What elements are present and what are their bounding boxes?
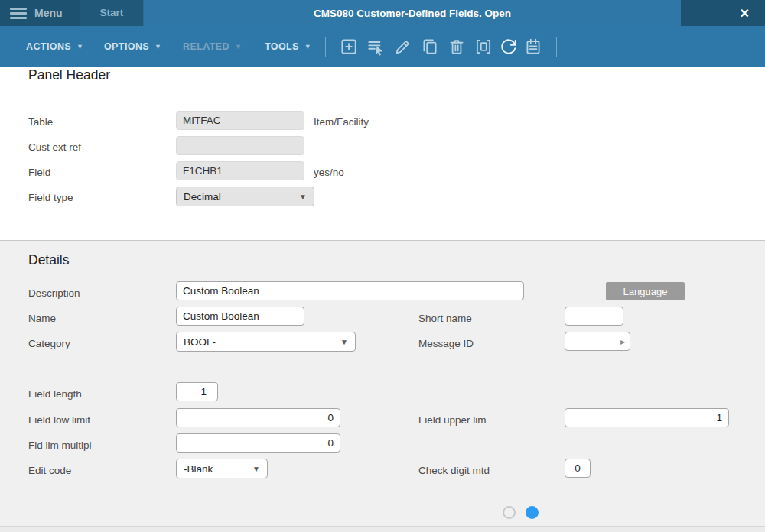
name-label: Name <box>28 309 56 328</box>
field-type-label: Field type <box>28 188 73 207</box>
field-type-dropdown[interactable]: Decimal ▼ <box>176 187 314 206</box>
dropdown-arrow-icon: ▼ <box>340 338 348 346</box>
toolbar: ACTIONS▼ OPTIONS▼ RELATED▼ TOOLS▼ <box>0 26 765 67</box>
name-input[interactable] <box>176 307 304 326</box>
field-low-limit-input[interactable] <box>176 408 340 427</box>
cust-ext-ref-field[interactable] <box>176 136 304 155</box>
dropdown-arrow-icon: ▼ <box>299 193 307 201</box>
main-menu-button[interactable]: Menu <box>0 0 80 26</box>
menu-actions[interactable]: ACTIONS▼ <box>21 26 88 67</box>
field-upper-lim-label: Field upper lim <box>418 410 487 430</box>
field-low-limit-label: Field low limit <box>28 410 90 430</box>
delete-icon[interactable] <box>447 37 467 57</box>
edit-icon[interactable] <box>393 37 413 57</box>
menu-tools[interactable]: TOOLS▼ <box>260 26 316 67</box>
tab-start[interactable]: Start <box>80 0 144 26</box>
close-icon[interactable]: ✕ <box>735 0 754 26</box>
display-icon[interactable] <box>474 37 493 57</box>
check-digit-mtd-label: Check digit mtd <box>418 461 490 480</box>
menu-label: Menu <box>34 7 63 19</box>
field-suffix: yes/no <box>314 163 344 182</box>
short-name-label: Short name <box>418 309 472 328</box>
details-title: Details <box>28 252 70 268</box>
check-digit-mtd-input[interactable] <box>565 459 591 478</box>
caret-down-icon: ▼ <box>304 43 311 50</box>
toolbar-separator <box>556 37 557 57</box>
caret-down-icon: ▼ <box>235 43 242 50</box>
caret-down-icon: ▼ <box>76 43 83 50</box>
fld-lim-multipl-label: Fld lim multipl <box>28 436 92 455</box>
field-label: Field <box>28 163 50 182</box>
browse-arrow-icon[interactable]: ▸ <box>620 336 625 347</box>
field-field[interactable] <box>176 161 304 180</box>
cust-ext-ref-label: Cust ext ref <box>28 138 81 157</box>
top-window-bar: Menu Start CMS080 Customer-Defined Field… <box>0 0 765 26</box>
table-label: Table <box>28 112 53 131</box>
message-id-label: Message ID <box>418 334 474 353</box>
page-dot-1[interactable] <box>503 506 516 519</box>
select-list-icon[interactable] <box>366 37 386 57</box>
message-id-input[interactable]: ▸ <box>565 332 630 351</box>
category-dropdown[interactable]: BOOL- ▼ <box>176 332 356 352</box>
tab-active-program[interactable]: CMS080 Customer-Defined Fields. Open <box>144 0 681 26</box>
language-button[interactable]: Language <box>606 282 685 300</box>
edit-code-dropdown[interactable]: -Blank ▼ <box>176 459 268 478</box>
app-window: Menu Start CMS080 Customer-Defined Field… <box>0 0 765 532</box>
table-suffix: Item/Facility <box>314 112 369 131</box>
field-length-input[interactable] <box>176 382 218 401</box>
toolbar-separator <box>325 37 326 57</box>
hamburger-icon <box>10 8 27 19</box>
add-icon[interactable] <box>339 37 359 57</box>
table-field[interactable] <box>176 111 304 130</box>
fld-lim-multipl-input[interactable] <box>176 433 340 453</box>
caret-down-icon: ▼ <box>155 43 161 50</box>
footer-bar <box>0 526 765 532</box>
panel-header-title: Panel Header <box>28 67 110 83</box>
menu-related: RELATED▼ <box>178 26 246 67</box>
edit-code-label: Edit code <box>28 461 71 480</box>
copy-icon[interactable] <box>420 37 440 57</box>
field-length-label: Field length <box>28 384 82 404</box>
category-label: Category <box>28 334 70 353</box>
notes-icon[interactable] <box>523 37 543 57</box>
short-name-input[interactable] <box>565 307 623 326</box>
dropdown-arrow-icon: ▼ <box>252 465 260 473</box>
window-title: CMS080 Customer-Defined Fields. Open <box>314 8 511 19</box>
description-input[interactable] <box>176 281 524 300</box>
refresh-icon[interactable] <box>499 37 519 57</box>
field-upper-lim-input[interactable] <box>565 408 729 427</box>
menu-options[interactable]: OPTIONS▼ <box>99 26 166 67</box>
page-dot-2[interactable] <box>526 506 539 519</box>
description-label: Description <box>28 284 80 303</box>
